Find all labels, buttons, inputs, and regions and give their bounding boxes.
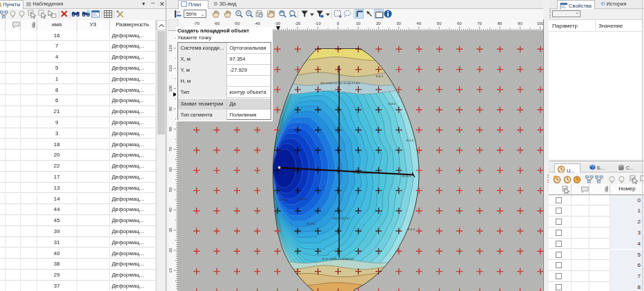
svg-text:100: 100: [168, 85, 173, 92]
svg-text:-40: -40: [254, 21, 260, 26]
svg-text:50: 50: [168, 187, 173, 192]
svg-text:120: 120: [168, 44, 173, 52]
svg-text:30: 30: [168, 228, 173, 232]
svg-text:110: 110: [168, 65, 173, 72]
svg-text:10: 10: [168, 268, 173, 272]
svg-text:80: 80: [498, 21, 502, 26]
svg-text:-16.6: -16.6: [282, 198, 289, 201]
svg-text:70: 70: [168, 147, 173, 152]
svg-text:20: 20: [168, 248, 173, 252]
svg-text:100: 100: [537, 21, 543, 26]
svg-text:20: 20: [376, 21, 381, 26]
svg-text:90: 90: [518, 21, 523, 26]
svg-text:-10: -10: [315, 21, 321, 26]
svg-text:30: 30: [396, 21, 401, 26]
svg-text:-4.0: -4.0: [410, 228, 416, 231]
svg-text:40: 40: [417, 21, 422, 26]
svg-text:60: 60: [168, 167, 173, 172]
svg-text:-20: -20: [295, 21, 301, 26]
svg-text:-60: -60: [214, 21, 220, 26]
svg-text:70: 70: [477, 21, 482, 26]
svg-text:0-15.9(2-15: 0-15.9(2-15: [335, 217, 350, 220]
svg-text:90: 90: [168, 106, 173, 111]
svg-text:50: 50: [437, 21, 442, 26]
svg-text:60: 60: [457, 21, 462, 26]
svg-text:-14.9(2-14.9(0-14: -14.9(2-14.9(0-14: [356, 171, 378, 174]
svg-text:-9.0: -9.0: [409, 139, 414, 142]
svg-text:-16.0: -16.0: [309, 222, 316, 225]
svg-text:0-13.6(2-13.6(3-13.4(0-13.4(0: 0-13.6(2-13.6(3-13.4(0-13.4(0: [323, 81, 360, 85]
svg-text:-8.3: -8.3: [378, 74, 384, 78]
svg-text:-16.4: -16.4: [301, 197, 308, 201]
svg-text:-30: -30: [274, 21, 280, 26]
svg-text:-14.0: -14.0: [404, 174, 411, 178]
svg-text:80: 80: [168, 126, 173, 131]
svg-text:-50: -50: [234, 21, 240, 26]
svg-text:10: 10: [356, 21, 361, 26]
svg-text:40: 40: [168, 207, 173, 212]
svg-text:-11.7(0М6-12.1(0М8-12: -11.7(0М6-12.1(0М8-12: [324, 257, 354, 261]
svg-text:-70: -70: [193, 21, 199, 26]
svg-text:-8.6: -8.6: [391, 102, 396, 106]
